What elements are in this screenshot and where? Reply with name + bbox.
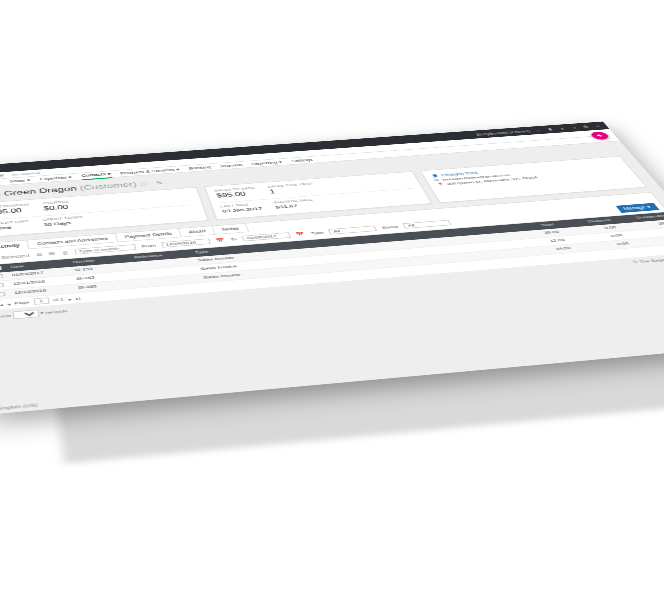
- calendar-icon[interactable]: 📅: [295, 232, 306, 237]
- label-from: From: [141, 244, 156, 248]
- manage-button[interactable]: Manage ▾: [615, 203, 659, 213]
- print-icon[interactable]: 🖶: [35, 252, 43, 256]
- person-icon: 👤: [430, 174, 438, 178]
- csv-icon[interactable]: ▦: [48, 251, 56, 256]
- value-outstanding: $95.00: [0, 207, 31, 215]
- chat-icon[interactable]: ▮: [545, 127, 555, 131]
- date-from[interactable]: [161, 238, 211, 247]
- mail-icon: ✉: [433, 178, 440, 182]
- notification-icon[interactable]: ♦: [557, 126, 567, 130]
- search-input[interactable]: [75, 244, 137, 254]
- row-checkbox[interactable]: [0, 292, 5, 297]
- contact-type: (Customer): [79, 181, 137, 192]
- status-select[interactable]: All: [403, 220, 452, 229]
- row-checkbox[interactable]: [0, 274, 3, 279]
- pager-label: Page: [14, 300, 30, 305]
- brand-sublabel: Accounting: [12, 171, 40, 176]
- label-type: Type: [310, 231, 324, 235]
- select-all-checkbox[interactable]: [0, 266, 2, 271]
- help-icon[interactable]: ?: [569, 126, 579, 130]
- locale[interactable]: English (US): [0, 403, 38, 411]
- label-to: To: [230, 237, 238, 241]
- type-select[interactable]: All: [328, 226, 377, 235]
- pager-prev[interactable]: ◂: [6, 302, 10, 307]
- info-icon[interactable]: ⓘ: [139, 182, 148, 187]
- page-size-select[interactable]: 10: [12, 309, 39, 319]
- value-overdue: $0.00: [43, 204, 70, 211]
- calendar-icon[interactable]: 📅: [215, 238, 226, 243]
- pin-icon: 📍: [436, 182, 445, 186]
- pager-first[interactable]: |◂: [0, 302, 3, 307]
- row-checkbox[interactable]: [0, 283, 4, 288]
- date-to[interactable]: [242, 232, 292, 241]
- edit-icon[interactable]: ✎: [155, 180, 164, 185]
- brand-product: One: [0, 173, 5, 177]
- home-icon[interactable]: ⌂: [533, 128, 543, 132]
- selected-count: 3 Selected: [0, 253, 29, 260]
- pager-page-input[interactable]: [33, 297, 49, 304]
- trash-icon[interactable]: 🗑: [61, 250, 69, 254]
- pager-next[interactable]: ▸: [68, 297, 72, 302]
- label-status: Status: [381, 225, 399, 229]
- gear-icon[interactable]: ✿: [581, 125, 591, 129]
- label-show: Show: [0, 314, 11, 319]
- logout-icon[interactable]: ⎋: [593, 124, 603, 128]
- pager-of: of 1: [53, 297, 64, 302]
- pager-last[interactable]: ▸|: [75, 296, 81, 301]
- label-records: ▾ records: [40, 309, 67, 315]
- value-creditlimit: None: [0, 224, 30, 231]
